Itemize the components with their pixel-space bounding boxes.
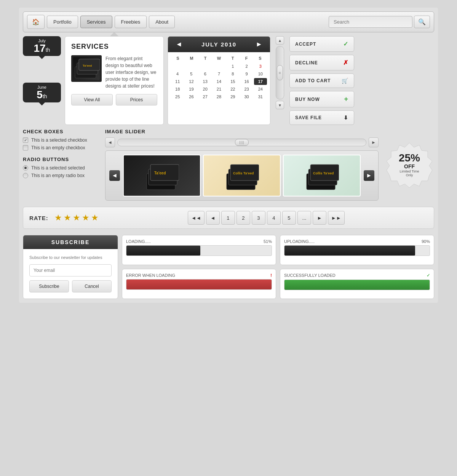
scroll-up-arrow[interactable]: ▲ <box>276 36 284 45</box>
badge-off: OFF <box>398 163 421 169</box>
cal-cells: 1 2 3 4 5 6 7 8 9 10 11 12 13 14 15 <box>171 63 267 100</box>
radio-item-1[interactable]: This is a selected selected <box>23 165 99 171</box>
cal-cell[interactable]: 12 <box>185 78 198 85</box>
cal-cell[interactable]: 18 <box>171 86 184 93</box>
checkbox-label-2: This is an empty checkbox <box>31 145 85 150</box>
page-next-btn[interactable]: ► <box>313 211 326 225</box>
cal-prev-btn[interactable]: ◄ <box>174 40 184 48</box>
page-last-btn[interactable]: ►► <box>328 211 345 225</box>
scroll-thumb[interactable] <box>277 65 283 80</box>
star-1[interactable]: ★ <box>54 213 62 223</box>
checkbox-empty[interactable] <box>23 145 28 150</box>
cal-cell[interactable]: 10 <box>254 70 267 77</box>
slider-track-next[interactable]: ► <box>369 137 379 147</box>
cal-cell[interactable]: 1 <box>226 63 239 70</box>
cal-cell[interactable]: 24 <box>254 86 267 93</box>
slider-prev-btn[interactable]: ◄ <box>109 170 120 181</box>
page-1-btn[interactable]: 1 <box>221 211 235 225</box>
cal-cell[interactable] <box>185 63 198 70</box>
checkbox-item-1[interactable]: This is a selected checkbox <box>23 137 99 143</box>
slider-handle[interactable]: |||| <box>235 139 249 146</box>
cal-cell[interactable]: 29 <box>226 93 239 100</box>
cal-cell[interactable] <box>199 63 212 70</box>
cal-cell[interactable]: 3 <box>254 63 267 70</box>
save-file-button[interactable]: SAVE FILE ⬇ <box>289 110 354 125</box>
checkbox-item-2[interactable]: This is an empty checkbox <box>23 145 99 150</box>
cal-cell[interactable]: 11 <box>171 78 184 85</box>
cal-cell[interactable]: 13 <box>199 78 212 85</box>
star-rating[interactable]: ★ ★ ★ ★ ★ <box>54 213 99 223</box>
cal-cell[interactable]: 21 <box>213 86 225 93</box>
view-all-button[interactable]: View All <box>71 94 113 105</box>
cal-cell[interactable]: 6 <box>199 70 212 77</box>
subscribe-panel: SUBSCRIBE Subscribe to our newsletter fo… <box>23 235 118 299</box>
slider-track[interactable]: |||| <box>117 139 366 146</box>
cal-cell[interactable]: 2 <box>240 63 253 70</box>
cal-cell[interactable]: 26 <box>185 93 198 100</box>
cal-cell[interactable]: 19 <box>185 86 198 93</box>
cal-cell[interactable]: 23 <box>240 86 253 93</box>
cal-cell[interactable] <box>213 63 225 70</box>
page-prev-btn[interactable]: ◄ <box>206 211 220 225</box>
cal-cell-today[interactable]: 17 <box>254 78 267 85</box>
cancel-button[interactable]: Cancel <box>72 280 112 292</box>
star-3[interactable]: ★ <box>73 213 80 223</box>
page-4-btn[interactable]: 4 <box>267 211 281 225</box>
checkbox-checked[interactable] <box>23 137 28 143</box>
cal-cell[interactable]: 30 <box>240 93 253 100</box>
error-icon: ! <box>270 273 272 278</box>
prices-button[interactable]: Prices <box>116 94 157 105</box>
services-img-inner: Ta'eed <box>73 57 100 80</box>
nav-freebies[interactable]: Freebies <box>115 16 147 28</box>
scroll-down-arrow[interactable]: ▼ <box>276 101 284 109</box>
cal-cell[interactable]: 5 <box>185 70 198 77</box>
star-4[interactable]: ★ <box>82 213 89 223</box>
cal-cell[interactable]: 31 <box>254 93 267 100</box>
star-2[interactable]: ★ <box>64 213 71 223</box>
radio-selected[interactable] <box>23 165 28 171</box>
scroll-track[interactable] <box>276 46 284 99</box>
page-2-btn[interactable]: 2 <box>236 211 250 225</box>
accept-button[interactable]: ACCEPT ✓ <box>289 36 354 52</box>
uploading-panel: UPLOADING..... 90% <box>280 235 434 265</box>
search-button[interactable]: 🔍 <box>414 16 430 28</box>
page-3-btn[interactable]: 3 <box>252 211 265 225</box>
success-bar-fill <box>284 280 430 290</box>
home-button[interactable]: 🏠 <box>27 15 45 29</box>
cal-cell[interactable]: 7 <box>213 70 225 77</box>
cal-cell[interactable]: 28 <box>213 93 225 100</box>
success-panel: SUCCESSFULLY LOADED ✓ <box>280 269 434 299</box>
radio-empty[interactable] <box>23 173 28 178</box>
nav-portfolio[interactable]: Portfolio <box>47 16 78 28</box>
nav-services[interactable]: Services <box>80 16 112 28</box>
page-5-btn[interactable]: 5 <box>282 211 296 225</box>
cal-cell[interactable]: 27 <box>199 93 212 100</box>
subscribe-button[interactable]: Subscribe <box>29 280 69 292</box>
cal-cell[interactable] <box>171 63 184 70</box>
cal-cell[interactable]: 14 <box>213 78 225 85</box>
decline-button[interactable]: DECLINE ✗ <box>289 55 354 70</box>
cal-cell[interactable]: 9 <box>240 70 253 77</box>
cal-cell[interactable]: 4 <box>171 70 184 77</box>
slider-track-prev[interactable]: ◄ <box>105 137 115 147</box>
loading-status: LOADING..... 51% <box>126 239 272 244</box>
page-first-btn[interactable]: ◄◄ <box>188 211 205 225</box>
cal-cell[interactable]: 20 <box>199 86 212 93</box>
cal-cell[interactable]: 8 <box>226 70 239 77</box>
star-5[interactable]: ★ <box>91 213 99 223</box>
cal-next-btn[interactable]: ► <box>254 40 264 48</box>
radio-item-2[interactable]: This is an empty radio box <box>23 173 99 178</box>
nav-about[interactable]: About <box>149 16 175 28</box>
buy-now-button[interactable]: BUY NOW + <box>289 91 354 107</box>
cal-cell[interactable]: 25 <box>171 93 184 100</box>
cal-cell[interactable]: 22 <box>226 86 239 93</box>
cal-cell[interactable]: 16 <box>240 78 253 85</box>
search-input[interactable] <box>329 16 412 28</box>
cal-cell[interactable]: 15 <box>226 78 239 85</box>
add-to-cart-button[interactable]: ADD TO CART 🛒 <box>289 73 354 88</box>
email-input[interactable] <box>29 264 112 276</box>
slider-next-btn[interactable]: ► <box>364 170 374 181</box>
decline-label: DECLINE <box>295 60 318 65</box>
services-buttons: View All Prices <box>71 94 157 105</box>
page-ellipsis-btn[interactable]: ... <box>297 211 311 225</box>
